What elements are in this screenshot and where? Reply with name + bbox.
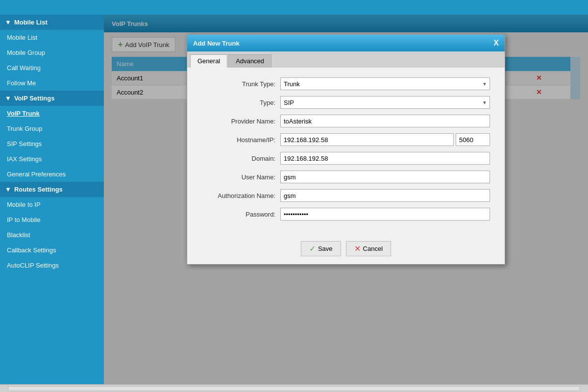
type-label: Type: — [202, 99, 280, 106]
auth-name-input[interactable] — [280, 189, 490, 202]
username-label: User Name: — [202, 173, 280, 181]
modal-title: Add New Trunk — [193, 40, 240, 47]
scroll-track[interactable] — [8, 386, 580, 391]
sidebar-section-voip-label: VoIP Settings — [14, 95, 55, 102]
sidebar-item-call-waiting[interactable]: Call Waiting — [0, 60, 104, 75]
modal-footer: ✓ Save ✕ Cancel — [187, 236, 505, 264]
save-button[interactable]: ✓ Save — [301, 241, 341, 256]
modal-overlay: Add New Trunk X General Advanced Trunk T… — [104, 15, 588, 384]
provider-name-input[interactable] — [280, 115, 490, 127]
sidebar-item-mobile-to-ip[interactable]: Mobile to IP — [0, 197, 104, 212]
tab-general[interactable]: General — [190, 54, 227, 68]
modal-header: Add New Trunk X — [187, 35, 505, 51]
hostname-label: Hostname/IP: — [202, 136, 280, 144]
modal-close-button[interactable]: X — [493, 39, 499, 48]
provider-name-label: Provider Name: — [202, 118, 280, 125]
cancel-button[interactable]: ✕ Cancel — [346, 241, 391, 256]
add-new-trunk-modal: Add New Trunk X General Advanced Trunk T… — [187, 34, 505, 265]
sidebar-section-routes-settings[interactable]: ▼ Routes Settings — [0, 182, 104, 197]
form-row-auth-name: Authorization Name: — [202, 189, 490, 202]
form-row-hostname: Hostname/IP: — [202, 133, 490, 146]
sidebar-item-iax-settings[interactable]: IAX Settings — [0, 151, 104, 167]
sidebar-item-general-preferences[interactable]: General Preferences — [0, 167, 104, 182]
bottom-scrollbar[interactable] — [0, 384, 588, 392]
sidebar-section-routes-label: Routes Settings — [14, 186, 63, 193]
username-input[interactable] — [280, 171, 490, 183]
password-label: Password: — [202, 211, 280, 218]
sidebar-item-blacklist[interactable]: Blacklist — [0, 227, 104, 243]
auth-name-label: Authorization Name: — [202, 192, 280, 199]
form-row-password: Password: — [202, 208, 490, 220]
sidebar-section-mobile-list-label: Mobile List — [14, 19, 48, 26]
content-area: VoIP Trunks + Add VoIP Trunk Name — [104, 15, 588, 384]
domain-label: Domain: — [202, 155, 280, 162]
modal-tabs: General Advanced — [187, 51, 505, 68]
sidebar-item-voip-trunk[interactable]: VoIP Trunk — [0, 106, 104, 121]
type-select[interactable]: SIP IAX2 — [280, 96, 490, 109]
sidebar: ▼ Mobile List Mobile List Mobile Group C… — [0, 15, 104, 384]
form-row-provider-name: Provider Name: — [202, 115, 490, 127]
modal-body: Trunk Type: Trunk User Peer Type: — [187, 68, 505, 236]
mobile-list-arrow-icon: ▼ — [5, 19, 11, 26]
sidebar-item-sip-settings[interactable]: SIP Settings — [0, 136, 104, 151]
hostname-row — [280, 133, 490, 146]
sidebar-item-callback-settings[interactable]: Callback Settings — [0, 243, 104, 258]
sidebar-item-ip-to-mobile[interactable]: IP to Mobile — [0, 212, 104, 227]
sidebar-section-voip-settings[interactable]: ▼ VoIP Settings — [0, 91, 104, 106]
sidebar-item-mobile-group[interactable]: Mobile Group — [0, 45, 104, 60]
routes-settings-arrow-icon: ▼ — [5, 186, 11, 193]
trunk-type-select[interactable]: Trunk User Peer — [280, 77, 490, 90]
password-input[interactable] — [280, 208, 490, 220]
sidebar-item-mobile-list[interactable]: Mobile List — [0, 30, 104, 45]
trunk-type-label: Trunk Type: — [202, 80, 280, 88]
sidebar-item-autoclip-settings[interactable]: AutoCLIP Settings — [0, 258, 104, 273]
sidebar-item-follow-me[interactable]: Follow Me — [0, 75, 104, 91]
form-row-username: User Name: — [202, 171, 490, 183]
form-row-type: Type: SIP IAX2 — [202, 96, 490, 109]
sidebar-section-mobile-list[interactable]: ▼ Mobile List — [0, 15, 104, 30]
domain-input[interactable] — [280, 152, 490, 165]
sidebar-routes-items: Mobile to IP IP to Mobile Blacklist Call… — [0, 197, 104, 273]
trunk-type-select-wrapper: Trunk User Peer — [280, 77, 490, 90]
form-row-trunk-type: Trunk Type: Trunk User Peer — [202, 77, 490, 90]
sidebar-item-trunk-group[interactable]: Trunk Group — [0, 121, 104, 136]
voip-settings-arrow-icon: ▼ — [5, 95, 11, 102]
sidebar-mobile-list-items: Mobile List Mobile Group Call Waiting Fo… — [0, 30, 104, 91]
cancel-x-icon: ✕ — [354, 244, 361, 253]
sidebar-voip-items: VoIP Trunk Trunk Group SIP Settings IAX … — [0, 106, 104, 182]
port-input[interactable] — [456, 133, 490, 146]
form-row-domain: Domain: — [202, 152, 490, 165]
hostname-input[interactable] — [280, 133, 454, 146]
tab-advanced[interactable]: Advanced — [228, 54, 271, 68]
type-select-wrapper: SIP IAX2 — [280, 96, 490, 109]
check-icon: ✓ — [309, 244, 316, 253]
